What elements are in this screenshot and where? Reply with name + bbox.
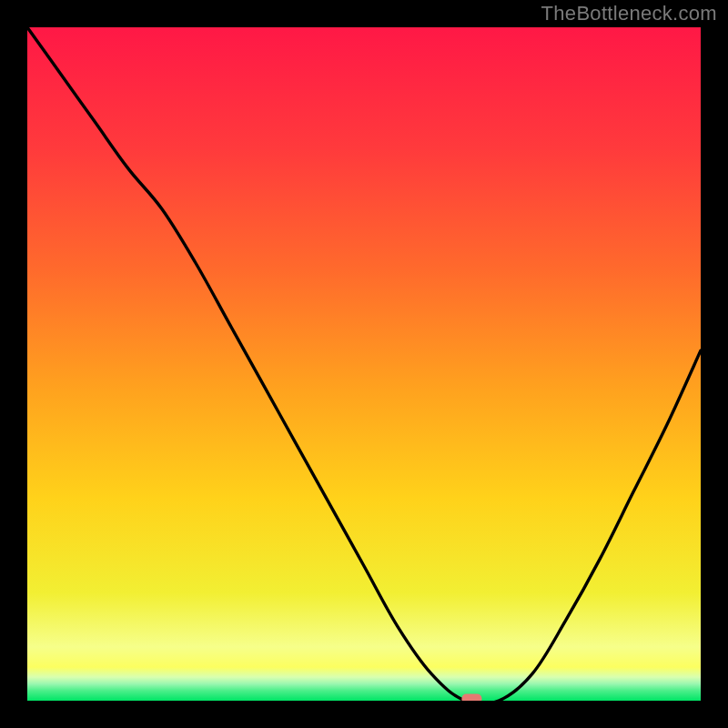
chart-svg [27,27,701,701]
plot-area [27,27,701,701]
optimum-marker [461,694,481,702]
gradient-background [27,27,701,701]
watermark-text: TheBottleneck.com [541,2,717,25]
chart-frame: TheBottleneck.com [0,0,728,728]
